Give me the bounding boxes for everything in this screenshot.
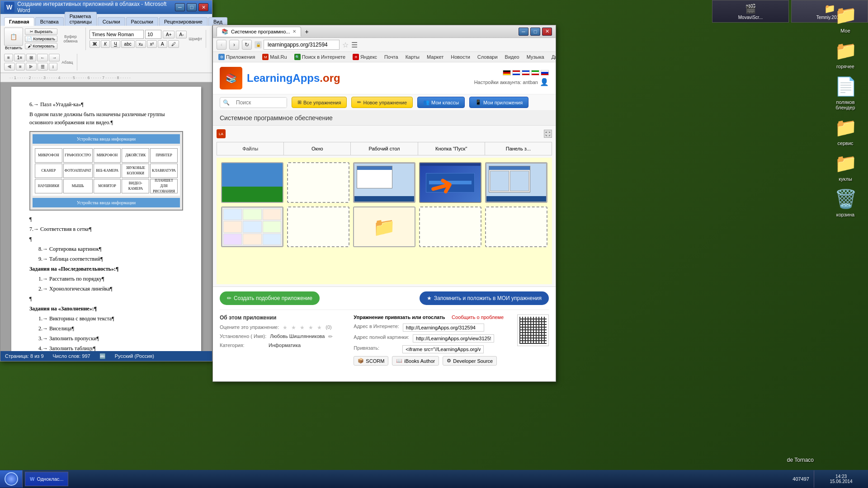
bookmark-disk[interactable]: Диск (550, 54, 556, 60)
font-shrink-button[interactable]: A- (176, 31, 187, 38)
drop-zone-6[interactable] (221, 206, 283, 247)
movavi-thumbnail[interactable]: 🎬 MovaviScr... (712, 0, 789, 23)
desktop-icon-korzina[interactable]: 🗑️ корзина (827, 188, 863, 217)
tab-ssylki[interactable]: Ссылки (98, 17, 125, 26)
tab-vstavka[interactable]: Вставка (35, 17, 64, 26)
desktop-icon-kukly[interactable]: 📁 куклы (827, 153, 863, 182)
increase-indent-button[interactable]: → (49, 54, 60, 61)
scorm-button[interactable]: 📦 SCORM (354, 356, 388, 366)
cut-button[interactable]: ✂ Вырезать (25, 28, 57, 35)
drop-zone-1[interactable] (221, 162, 283, 203)
justify-button[interactable]: ☰ (38, 63, 48, 70)
tab-glavnaya[interactable]: Главная (4, 17, 34, 26)
maximize-button[interactable]: □ (187, 3, 197, 11)
my-classes-button[interactable]: 👥 Мои классы (417, 97, 465, 108)
bookmark-yandex[interactable]: Я Яндекс (351, 53, 379, 61)
edit-icon[interactable]: ✏ (328, 333, 333, 340)
category-btn-desktop[interactable]: Рабочий стол (351, 142, 418, 155)
browser-minimize-button[interactable]: ─ (519, 28, 528, 36)
desktop-icon-servis[interactable]: 📁 сервис (827, 117, 863, 146)
save-to-mine-button[interactable]: ★ Запомнить и положить в МОИ упражнения (420, 291, 549, 305)
flag-gb[interactable] (512, 70, 520, 75)
star-2[interactable]: ★ (291, 324, 296, 331)
search-input[interactable] (232, 98, 287, 108)
user-avatar-icon[interactable]: 👤 (540, 78, 549, 86)
align-right-button[interactable]: ⫸ (26, 63, 37, 70)
browser-maximize-button[interactable]: □ (530, 28, 540, 36)
category-btn-start[interactable]: Кнопка "Пуск" (418, 142, 485, 155)
align-center-button[interactable]: ≡ (16, 63, 25, 70)
font-grow-button[interactable]: A+ (163, 31, 175, 38)
close-button[interactable]: ✕ (198, 3, 208, 11)
numbering-button[interactable]: 1≡ (14, 54, 25, 61)
taskbar-word-item[interactable]: W Одноклас... (25, 472, 68, 486)
report-problem-link[interactable]: Сообщить о проблеме (452, 314, 504, 320)
line-spacing-button[interactable]: ↕ (49, 63, 57, 70)
browser-close-button[interactable]: ✕ (542, 28, 552, 36)
star-4[interactable]: ★ (308, 324, 313, 331)
word-document-area[interactable]: 6.→ Пазл «Угадай-ка»¶ В одном пазле долж… (0, 82, 212, 351)
bookmark-mailru[interactable]: M Mail.Ru (260, 53, 288, 61)
category-btn-window[interactable]: Окно (284, 142, 351, 155)
drop-zone-3[interactable] (353, 162, 415, 203)
font-color-button[interactable]: A (158, 40, 167, 48)
paste-button[interactable]: 📋 (4, 28, 23, 46)
bookmark-karty[interactable]: Карты (404, 54, 421, 60)
start-button[interactable] (0, 470, 23, 488)
tab-close-button[interactable]: ✕ (292, 29, 296, 34)
bookmark-search[interactable]: 🔍 Поиск в Интернете (292, 53, 347, 61)
font-name-input[interactable] (90, 30, 144, 39)
new-tab-button[interactable]: + (302, 27, 311, 37)
refresh-button[interactable]: ↻ (242, 40, 252, 50)
browser-tab-active[interactable]: 📚 Системное программно... ✕ (217, 27, 301, 37)
strikethrough-button[interactable]: аbc (121, 40, 135, 48)
fullpic-addr-input[interactable] (413, 334, 494, 343)
format-painter-button[interactable]: 🖌 Копировать (25, 43, 57, 49)
tab-recenzirovanie[interactable]: Рецензирование (159, 17, 208, 26)
italic-button[interactable]: К (101, 40, 110, 48)
tab-razmetka[interactable]: Разметка страницы (65, 12, 97, 26)
new-exercise-button[interactable]: ✏ Новое упражнение (351, 97, 413, 108)
create-similar-button[interactable]: ✏ Создать подобное приложение (220, 291, 320, 305)
bookmark-novosti[interactable]: Новости (449, 54, 472, 60)
forward-button[interactable]: › (229, 40, 239, 50)
bookmark-market[interactable]: Маркет (425, 54, 445, 60)
drop-zone-7[interactable] (287, 206, 349, 247)
star-1[interactable]: ★ (283, 324, 288, 331)
desktop-icon-moe[interactable]: 📁 Мое (827, 5, 863, 33)
internet-addr-input[interactable] (403, 324, 484, 332)
flag-ru[interactable] (541, 70, 549, 75)
underline-button[interactable]: Ч (111, 40, 120, 48)
bookmark-prilozhenia[interactable]: ⚙ Приложения (217, 53, 257, 61)
drop-zone-2[interactable] (287, 162, 349, 203)
star-3[interactable]: ★ (300, 324, 305, 331)
minimize-button[interactable]: ─ (175, 3, 185, 11)
font-size-input[interactable] (145, 30, 161, 39)
align-left-button[interactable]: ⫷ (4, 63, 15, 70)
browser-menu-icon[interactable]: ☰ (351, 41, 358, 49)
category-btn-panel[interactable]: Панель з... (485, 142, 552, 155)
bookmark-pochta[interactable]: Почта (382, 54, 400, 60)
flag-fr[interactable] (522, 70, 530, 75)
ibooks-button[interactable]: 📖 iBooks Author (392, 356, 439, 366)
drop-zone-4-arrow[interactable] (419, 162, 481, 203)
fullscreen-button[interactable]: ⛶ (544, 130, 552, 138)
drop-zone-5[interactable] (485, 162, 547, 203)
drop-zone-10[interactable] (485, 206, 547, 247)
drop-zone-8[interactable]: 📁 (353, 206, 415, 247)
my-apps-button[interactable]: 📱 Мои приложения (469, 97, 528, 108)
bookmark-star-icon[interactable]: ☆ (342, 41, 349, 49)
bullets-button[interactable]: ≡ (4, 54, 13, 61)
superscript-button[interactable]: x² (147, 40, 157, 48)
bookmark-video[interactable]: Видео (503, 54, 521, 60)
embed-input[interactable] (402, 345, 484, 353)
back-button[interactable]: ‹ (217, 40, 226, 50)
bookmark-muzika[interactable]: Музыка (525, 54, 546, 60)
star-5[interactable]: ★ (317, 324, 322, 331)
highlight-button[interactable]: 🖊 (168, 40, 179, 48)
tab-rassylki[interactable]: Рассылки (126, 17, 158, 26)
all-exercises-button[interactable]: ⊞ Все упражнения (292, 97, 347, 108)
decrease-indent-button[interactable]: ← (37, 54, 48, 61)
drop-zone-9[interactable] (419, 206, 481, 247)
multilevel-button[interactable]: ⊞ (26, 54, 36, 61)
